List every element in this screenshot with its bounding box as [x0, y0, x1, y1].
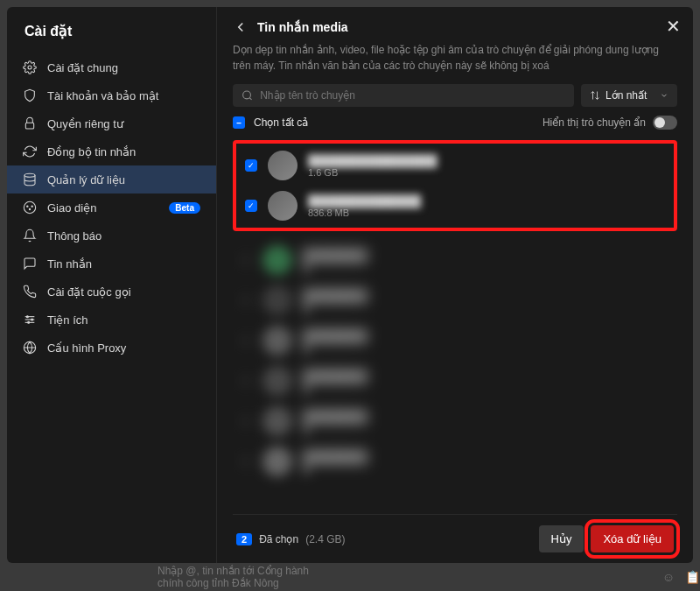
search-input[interactable] [260, 89, 565, 102]
conversation-checkbox[interactable] [240, 415, 252, 427]
message-icon [23, 257, 37, 271]
conversation-size: 836.8 MB [308, 208, 665, 218]
shield-icon [23, 88, 37, 102]
sidebar-item-label: Tài khoản và bảo mật [47, 89, 158, 102]
proxy-icon [23, 341, 37, 355]
search-icon [242, 89, 253, 102]
avatar [262, 406, 292, 436]
select-all-checkbox[interactable]: – [233, 116, 245, 129]
svg-rect-1 [25, 123, 33, 129]
lock-icon [23, 116, 37, 130]
main-panel: Tin nhắn media Dọn dẹp tin nhắn ảnh, vid… [217, 7, 693, 563]
chat-input-placeholder: Nhập @, tin nhắn tới Cổng hành chính côn… [158, 565, 700, 589]
conversation-row[interactable]: █████████ [233, 280, 677, 320]
emoji-icon[interactable]: ☺ [662, 570, 675, 584]
chevron-down-icon [660, 91, 668, 100]
sync-icon [23, 144, 37, 158]
attachment-icon[interactable]: 📋 [685, 570, 700, 584]
highlighted-selection: ✓ ████████████████ 1.6 GB ✓ ████████████… [233, 140, 677, 231]
sidebar-item-label: Cấu hình Proxy [47, 341, 126, 355]
selected-label: Đã chọn [259, 533, 298, 545]
avatar [262, 447, 292, 476]
conversation-name: ████████████████ [308, 154, 665, 167]
sidebar-item-quanly[interactable]: Quản lý dữ liệu [7, 165, 216, 193]
conversation-row[interactable]: █████████ [233, 361, 677, 401]
sidebar-item-label: Cài đặt chung [47, 61, 118, 74]
sidebar-item-label: Quản lý dữ liệu [47, 173, 125, 186]
sidebar-item-quyen[interactable]: Quyền riêng tư [7, 109, 216, 137]
conversation-checkbox[interactable] [240, 375, 252, 387]
conversation-checkbox[interactable] [240, 334, 252, 347]
svg-point-11 [32, 319, 33, 320]
sidebar: Cài đặt Cài đặt chung Tài khoản và bảo m… [7, 7, 217, 563]
delete-button[interactable]: Xóa dữ liệu [591, 525, 674, 552]
hidden-toggle-label: Hiển thị trò chuyện ẩn [542, 116, 646, 129]
conversation-checkbox[interactable]: ✓ [245, 159, 257, 172]
svg-point-5 [32, 206, 32, 207]
conversation-checkbox[interactable] [240, 455, 252, 468]
sidebar-item-label: Quyền riêng tư [47, 117, 123, 130]
selected-size: (2.4 GB) [305, 533, 345, 545]
sidebar-item-thongbao[interactable]: Thông báo [7, 222, 216, 250]
conversation-row[interactable]: █████████ [233, 240, 677, 280]
sidebar-item-dongbo[interactable]: Đồng bộ tin nhắn [7, 137, 216, 165]
conversation-row[interactable]: ✓ ████████████████ 1.6 GB [238, 145, 672, 186]
conversation-name: ██████████████ [308, 194, 665, 208]
settings-dialog: ✕ Cài đặt Cài đặt chung Tài khoản và bảo… [7, 7, 693, 563]
sidebar-item-tienich[interactable]: Tiện ích [7, 306, 216, 334]
conversation-checkbox[interactable] [240, 254, 252, 266]
avatar [268, 151, 298, 180]
sort-dropdown[interactable]: Lớn nhất [581, 84, 677, 107]
svg-point-3 [24, 201, 35, 213]
avatar [262, 366, 292, 396]
svg-point-4 [27, 206, 28, 207]
page-title: Tin nhắn media [257, 20, 348, 34]
back-button[interactable] [233, 19, 248, 35]
sidebar-item-label: Đồng bộ tin nhắn [47, 145, 136, 158]
avatar [268, 191, 298, 221]
sidebar-item-label: Giao diện [47, 201, 96, 215]
cancel-button[interactable]: Hủy [539, 525, 584, 552]
sidebar-item-label: Tiện ích [47, 313, 88, 327]
conversation-row[interactable]: █████████ [233, 441, 677, 482]
conversation-row[interactable]: █████████ [233, 401, 677, 441]
select-all-label: Chọn tất cả [254, 116, 308, 129]
sort-label: Lớn nhất [606, 89, 647, 102]
svg-point-10 [26, 316, 28, 318]
sort-icon [590, 90, 600, 101]
avatar [262, 285, 292, 315]
utility-icon [23, 313, 37, 327]
avatar [262, 245, 292, 275]
sidebar-item-giaodien[interactable]: Giao diện Beta [7, 193, 216, 222]
palette-icon [23, 201, 37, 215]
selected-count: 2 [236, 533, 252, 545]
svg-point-14 [243, 91, 251, 99]
sidebar-item-cuocgoi[interactable]: Cài đặt cuộc gọi [7, 278, 216, 306]
gear-icon [23, 60, 37, 74]
avatar [262, 326, 292, 355]
sidebar-item-label: Cài đặt cuộc gọi [47, 285, 131, 299]
sidebar-item-caidatchung[interactable]: Cài đặt chung [7, 53, 216, 81]
svg-line-15 [249, 98, 251, 100]
page-description: Dọn dẹp tin nhắn ảnh, video, file hoặc t… [233, 42, 677, 74]
svg-point-0 [28, 66, 32, 69]
conversation-row[interactable]: ✓ ██████████████ 836.8 MB [238, 186, 672, 226]
phone-icon [23, 285, 37, 299]
conversation-size: 1.6 GB [308, 167, 665, 178]
search-input-wrapper[interactable] [233, 84, 574, 107]
sidebar-item-taikhoan[interactable]: Tài khoản và bảo mật [7, 81, 216, 109]
sidebar-item-proxy[interactable]: Cấu hình Proxy [7, 334, 216, 362]
dialog-title: Cài đặt [7, 19, 216, 53]
bell-icon [23, 229, 37, 243]
sidebar-item-tinnhan[interactable]: Tin nhắn [7, 250, 216, 278]
svg-point-6 [29, 208, 30, 209]
svg-point-2 [24, 173, 35, 177]
beta-badge: Beta [169, 202, 200, 214]
sidebar-item-label: Thông báo [47, 229, 102, 243]
database-icon [23, 172, 37, 186]
conversation-row[interactable]: █████████ [233, 320, 677, 361]
conversation-checkbox[interactable] [240, 294, 252, 306]
close-button[interactable]: ✕ [666, 16, 681, 37]
conversation-checkbox[interactable]: ✓ [245, 200, 257, 212]
hidden-toggle[interactable] [653, 116, 677, 130]
